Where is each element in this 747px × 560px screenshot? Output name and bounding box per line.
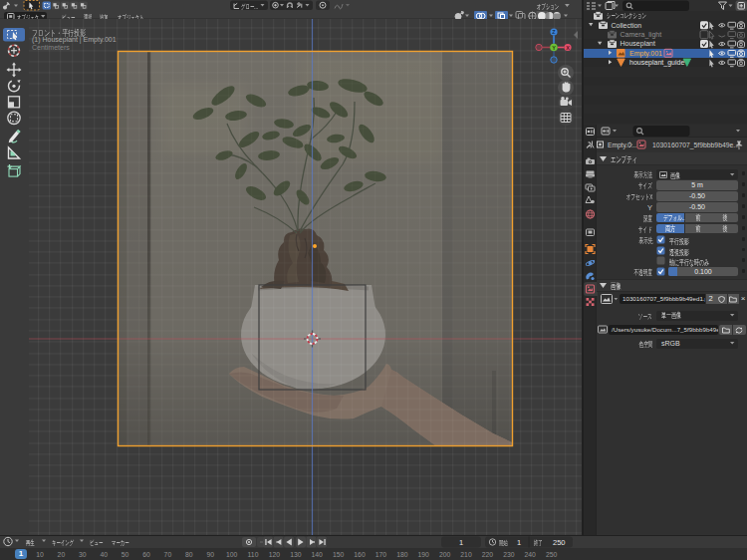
- svg-text:X: X: [566, 45, 570, 51]
- svg-text:Y: Y: [552, 45, 556, 51]
